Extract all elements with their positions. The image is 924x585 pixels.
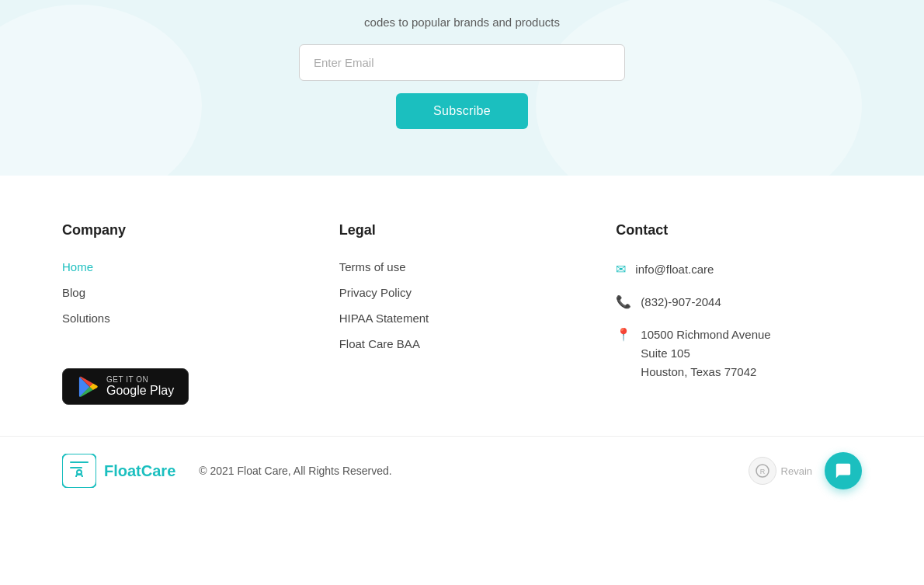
revain-icon: R (749, 457, 776, 485)
hero-section: codes to popular brands and products Sub… (0, 0, 924, 176)
svg-rect-1 (70, 461, 89, 463)
contact-address: 10500 Richmond Avenue Suite 105 Houston,… (641, 326, 770, 381)
contact-email: info@float.care (635, 260, 714, 279)
email-input-wrap (299, 44, 625, 81)
gplay-large-text: Google Play (106, 384, 174, 398)
footer-col-legal: Legal Terms of use Privacy Policy HIPAA … (339, 222, 585, 405)
phone-icon: 📞 (616, 294, 631, 309)
footer-main: Company Home Blog Solutions GET IT ON Go… (0, 176, 924, 436)
company-title: Company (62, 222, 308, 239)
footer-brand: FloatCare (62, 454, 175, 488)
company-link-blog[interactable]: Blog (62, 286, 308, 299)
svg-text:R: R (759, 468, 765, 475)
company-link-home[interactable]: Home (62, 260, 308, 273)
brand-name-part1: Float (104, 462, 141, 479)
brand-name-part2: Care (141, 462, 175, 479)
footer-columns: Company Home Blog Solutions GET IT ON Go… (62, 222, 862, 405)
revain-label: Revain (781, 465, 812, 477)
contact-email-item: ✉ info@float.care (616, 260, 862, 279)
google-play-icon (77, 376, 99, 398)
svg-point-3 (77, 470, 82, 475)
legal-title: Legal (339, 222, 585, 239)
brand-logo-icon (62, 454, 96, 488)
svg-rect-2 (70, 467, 82, 468)
footer-col-contact: Contact ✉ info@float.care 📞 (832)-907-20… (616, 222, 862, 405)
contact-title: Contact (616, 222, 862, 239)
revain-widget[interactable]: R Revain (749, 457, 812, 485)
footer-bottom: FloatCare © 2021 Float Care, All Rights … (0, 436, 924, 505)
subscribe-button[interactable]: Subscribe (396, 93, 528, 129)
email-icon: ✉ (616, 262, 626, 277)
chat-icon (835, 462, 852, 479)
footer-brand-wrap: FloatCare © 2021 Float Care, All Rights … (62, 454, 392, 488)
contact-phone: (832)-907-2044 (641, 293, 721, 312)
contact-phone-item: 📞 (832)-907-2044 (616, 293, 862, 312)
bottom-right-widgets: R Revain (749, 452, 862, 489)
brand-name: FloatCare (104, 462, 175, 480)
legal-link-privacy[interactable]: Privacy Policy (339, 286, 585, 299)
contact-address-item: 📍 10500 Richmond Avenue Suite 105 Housto… (616, 326, 862, 381)
email-input[interactable] (299, 44, 625, 81)
legal-link-hipaa[interactable]: HIPAA Statement (339, 312, 585, 325)
chat-button[interactable] (825, 452, 862, 489)
legal-link-baa[interactable]: Float Care BAA (339, 337, 585, 350)
footer-col-company: Company Home Blog Solutions GET IT ON Go… (62, 222, 308, 405)
google-play-badge[interactable]: GET IT ON Google Play (62, 368, 189, 405)
company-link-solutions[interactable]: Solutions (62, 312, 308, 325)
legal-link-terms[interactable]: Terms of use (339, 260, 585, 273)
copyright-text: © 2021 Float Care, All Rights Reserved. (199, 465, 391, 477)
hero-tagline: codes to popular brands and products (364, 16, 560, 29)
gplay-small-text: GET IT ON (106, 375, 174, 384)
location-icon: 📍 (616, 327, 631, 342)
